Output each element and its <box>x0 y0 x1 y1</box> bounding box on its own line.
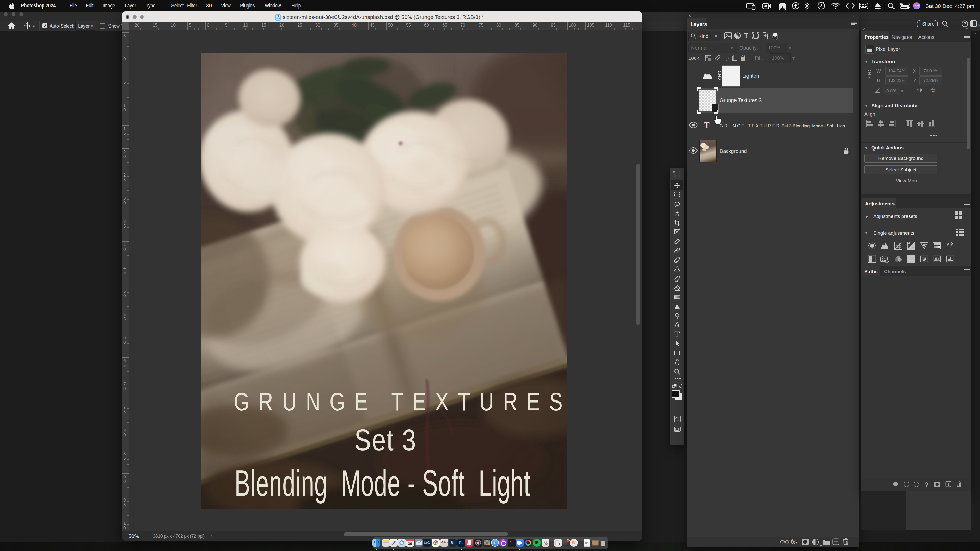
svg-text:?: ? <box>964 22 966 26</box>
